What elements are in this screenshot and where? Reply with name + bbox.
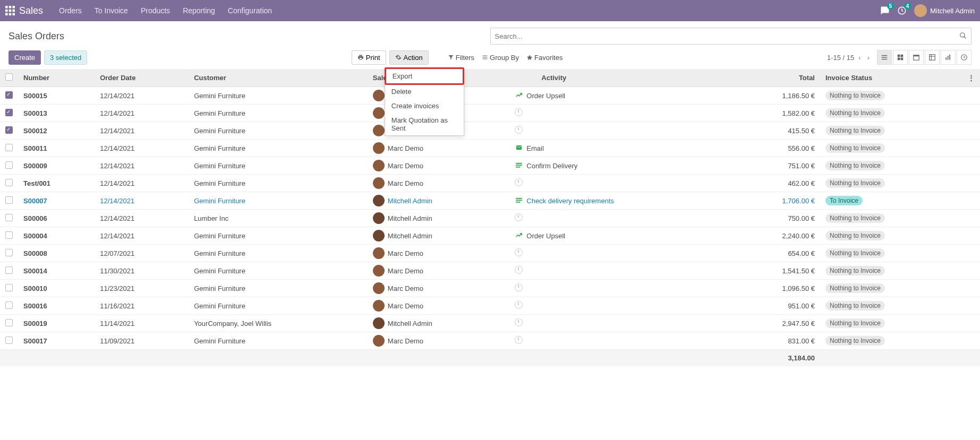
row-checkbox[interactable] <box>5 301 13 309</box>
activity-icon[interactable] <box>515 301 523 310</box>
view-activity-icon[interactable] <box>957 50 972 65</box>
table-row[interactable]: S0001011/23/2021Gemini FurnitureMarc Dem… <box>0 280 980 297</box>
activity-text[interactable]: Confirm Delivery <box>526 162 577 170</box>
col-activity[interactable]: Activity <box>509 69 732 87</box>
action-delete[interactable]: Delete <box>385 84 464 99</box>
nav-to-invoice[interactable]: To Invoice <box>95 6 128 15</box>
activity-icon[interactable] <box>515 266 523 275</box>
row-checkbox[interactable] <box>5 249 13 256</box>
search-box[interactable] <box>490 28 972 45</box>
view-graph-icon[interactable] <box>941 50 956 65</box>
pager-range[interactable]: 1-15 / 15 <box>827 54 854 62</box>
activity-icon[interactable] <box>515 178 523 188</box>
customer[interactable]: YourCompany, Joel Willis <box>194 320 271 327</box>
activity-icon[interactable] <box>515 91 523 100</box>
order-number[interactable]: S00019 <box>23 320 47 327</box>
activities-icon[interactable]: 4 <box>897 6 907 15</box>
salesperson[interactable]: Marc Demo <box>388 179 423 187</box>
table-row[interactable]: S0001711/09/2021Gemini FurnitureMarc Dem… <box>0 332 980 350</box>
activity-icon[interactable] <box>515 318 523 328</box>
customer[interactable]: Gemini Furniture <box>194 267 245 275</box>
row-checkbox[interactable] <box>5 109 13 116</box>
order-number[interactable]: S00010 <box>23 284 47 292</box>
user-menu[interactable]: Mitchell Admin <box>914 4 975 17</box>
row-checkbox[interactable] <box>5 179 13 186</box>
order-number[interactable]: S00015 <box>23 92 47 100</box>
action-button[interactable]: Action <box>389 50 429 65</box>
customer[interactable]: Gemini Furniture <box>194 197 245 205</box>
table-row[interactable]: S0001312/14/2021Gemini FurnitureMarc Dem… <box>0 105 980 122</box>
order-number[interactable]: S00013 <box>23 109 47 117</box>
nav-orders[interactable]: Orders <box>59 6 82 15</box>
customer[interactable]: Gemini Furniture <box>194 127 245 135</box>
row-checkbox[interactable] <box>5 284 13 291</box>
table-row[interactable]: S0001611/16/2021Gemini FurnitureMarc Dem… <box>0 297 980 315</box>
salesperson[interactable]: Marc Demo <box>388 249 423 257</box>
row-checkbox[interactable] <box>5 144 13 151</box>
create-button[interactable]: Create <box>8 50 41 65</box>
table-row[interactable]: S0001512/14/2021Gemini FurnitureMarc Dem… <box>0 87 980 105</box>
pager-prev-icon[interactable]: ‹ <box>856 51 863 64</box>
app-brand[interactable]: Sales <box>19 5 43 16</box>
table-row[interactable]: S0001112/14/2021Gemini FurnitureMarc Dem… <box>0 140 980 157</box>
col-date[interactable]: Order Date <box>95 69 189 87</box>
salesperson[interactable]: Mitchell Admin <box>388 197 432 205</box>
order-number[interactable]: S00004 <box>23 232 47 240</box>
table-row[interactable]: S0000612/14/2021Lumber IncMitchell Admin… <box>0 210 980 227</box>
table-row[interactable]: S0001212/14/2021Gemini FurnitureMarc Dem… <box>0 122 980 140</box>
col-status[interactable]: Invoice Status <box>820 69 962 87</box>
row-checkbox[interactable] <box>5 126 13 134</box>
col-customer[interactable]: Customer <box>189 69 368 87</box>
action-create-invoices[interactable]: Create invoices <box>385 99 464 113</box>
activity-icon[interactable] <box>515 336 523 346</box>
customer[interactable]: Gemini Furniture <box>194 162 245 170</box>
order-number[interactable]: Test/001 <box>23 179 50 187</box>
customer[interactable]: Gemini Furniture <box>194 249 245 257</box>
customer[interactable]: Gemini Furniture <box>194 232 245 240</box>
activity-icon[interactable] <box>515 213 523 223</box>
salesperson[interactable]: Mitchell Admin <box>388 214 432 222</box>
salesperson[interactable]: Marc Demo <box>388 284 423 292</box>
action-export[interactable]: Export <box>385 67 464 85</box>
activity-icon[interactable] <box>515 231 523 240</box>
salesperson[interactable]: Mitchell Admin <box>388 232 432 240</box>
view-pivot-icon[interactable] <box>925 50 940 65</box>
salesperson[interactable]: Marc Demo <box>388 267 423 275</box>
row-checkbox[interactable] <box>5 319 13 326</box>
activity-icon[interactable] <box>515 126 523 135</box>
activity-text[interactable]: Check delivery requirements <box>526 197 614 205</box>
action-mark-sent[interactable]: Mark Quotation as Sent <box>385 113 464 135</box>
col-options-icon[interactable]: ⋮ <box>962 69 980 87</box>
view-list-icon[interactable] <box>877 50 892 65</box>
order-number[interactable]: S00007 <box>23 197 47 205</box>
order-number[interactable]: S00008 <box>23 249 47 257</box>
order-number[interactable]: S00016 <box>23 302 47 310</box>
row-checkbox[interactable] <box>5 196 13 204</box>
order-number[interactable]: S00006 <box>23 214 47 222</box>
nav-reporting[interactable]: Reporting <box>183 6 215 15</box>
table-row[interactable]: S0001911/14/2021YourCompany, Joel Willis… <box>0 315 980 332</box>
salesperson[interactable]: Mitchell Admin <box>388 320 432 327</box>
row-checkbox[interactable] <box>5 337 13 344</box>
activity-icon[interactable] <box>515 108 523 118</box>
pager-next-icon[interactable]: › <box>865 51 872 64</box>
row-checkbox[interactable] <box>5 266 13 274</box>
activity-text[interactable]: Order Upsell <box>526 92 565 100</box>
col-number[interactable]: Number <box>18 69 95 87</box>
view-kanban-icon[interactable] <box>893 50 908 65</box>
nav-products[interactable]: Products <box>141 6 170 15</box>
order-number[interactable]: S00009 <box>23 162 47 170</box>
table-row[interactable]: S0000812/07/2021Gemini FurnitureMarc Dem… <box>0 245 980 262</box>
activity-text[interactable]: Email <box>526 144 544 152</box>
nav-configuration[interactable]: Configuration <box>228 6 272 15</box>
customer[interactable]: Gemini Furniture <box>194 144 245 152</box>
selected-count-button[interactable]: 3 selected <box>44 50 87 65</box>
customer[interactable]: Gemini Furniture <box>194 284 245 292</box>
row-checkbox[interactable] <box>5 91 13 99</box>
table-row[interactable]: S0000912/14/2021Gemini FurnitureMarc Dem… <box>0 157 980 175</box>
favorites-button[interactable]: Favorites <box>526 54 563 62</box>
activity-icon[interactable] <box>515 196 523 205</box>
customer[interactable]: Lumber Inc <box>194 214 228 222</box>
order-number[interactable]: S00014 <box>23 267 47 275</box>
salesperson[interactable]: Marc Demo <box>388 337 423 345</box>
